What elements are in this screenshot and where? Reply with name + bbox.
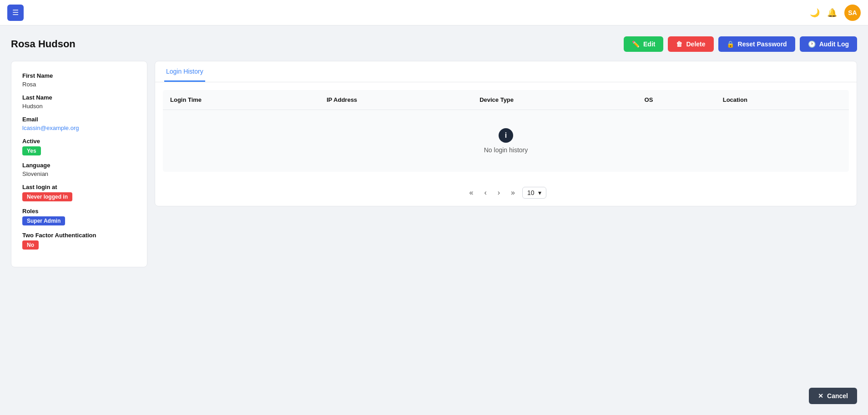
language-label: Language	[22, 162, 136, 169]
active-label: Active	[22, 138, 136, 145]
history-panel: Login History Login Time IP Address Devi…	[155, 61, 857, 206]
page-size-value: 10	[527, 189, 535, 196]
navbar-right: 🌙 🔔 SA	[810, 5, 861, 21]
last-name-value: Hudson	[22, 103, 136, 110]
avatar[interactable]: SA	[844, 5, 861, 21]
col-device-type: Device Type	[472, 90, 637, 110]
edit-icon: ✏️	[632, 40, 640, 48]
main-content: Rosa Hudson ✏️ Edit 🗑 Delete 🔒 Reset Pas…	[0, 25, 868, 278]
navbar: ☰ 🌙 🔔 SA	[0, 0, 868, 25]
profile-panel: First Name Rosa Last Name Hudson Email l…	[11, 61, 147, 267]
email-value: lcassin@example.org	[22, 125, 136, 131]
col-ip-address: IP Address	[319, 90, 472, 110]
trash-icon: 🗑	[676, 40, 682, 48]
col-location: Location	[716, 90, 849, 110]
col-login-time: Login Time	[163, 90, 319, 110]
navbar-left: ☰	[7, 5, 24, 21]
last-page-button[interactable]: »	[507, 187, 519, 199]
action-buttons: ✏️ Edit 🗑 Delete 🔒 Reset Password 🕐 Audi…	[624, 36, 857, 52]
audit-log-button[interactable]: 🕐 Audit Log	[800, 36, 857, 52]
active-badge: Yes	[22, 146, 41, 155]
last-name-label: Last Name	[22, 94, 136, 101]
empty-message: No login history	[181, 146, 831, 154]
language-value: Slovenian	[22, 170, 136, 177]
dark-mode-icon[interactable]: 🌙	[810, 8, 820, 18]
history-icon: 🕐	[808, 40, 816, 48]
delete-button[interactable]: 🗑 Delete	[668, 36, 713, 52]
table-header-row: Login Time IP Address Device Type OS Loc…	[163, 90, 849, 110]
content-layout: First Name Rosa Last Name Hudson Email l…	[11, 61, 857, 267]
email-label: Email	[22, 116, 136, 123]
login-history-table: Login Time IP Address Device Type OS Loc…	[162, 90, 849, 172]
page-title: Rosa Hudson	[11, 38, 76, 50]
table-container: Login Time IP Address Device Type OS Loc…	[155, 82, 857, 180]
last-login-badge: Never logged in	[22, 192, 72, 201]
hamburger-icon: ☰	[12, 8, 19, 17]
roles-label: Roles	[22, 208, 136, 215]
pagination: « ‹ › » 10 ▾	[155, 180, 857, 206]
first-name-value: Rosa	[22, 81, 136, 88]
empty-state-row: i No login history	[163, 110, 849, 172]
reset-password-button[interactable]: 🔒 Reset Password	[718, 36, 795, 52]
next-page-button[interactable]: ›	[494, 187, 504, 199]
close-icon: ✕	[818, 392, 823, 400]
two-factor-badge: No	[22, 240, 39, 250]
chevron-down-icon: ▾	[538, 189, 541, 196]
info-icon: i	[499, 128, 513, 143]
page-size-selector[interactable]: 10 ▾	[522, 187, 546, 199]
two-factor-label: Two Factor Authentication	[22, 232, 136, 239]
page-header: Rosa Hudson ✏️ Edit 🗑 Delete 🔒 Reset Pas…	[11, 36, 857, 52]
tab-login-history[interactable]: Login History	[164, 61, 205, 82]
tabs-header: Login History	[155, 61, 857, 82]
roles-badge: Super Admin	[22, 216, 65, 225]
prev-page-button[interactable]: ‹	[480, 187, 490, 199]
col-os: OS	[637, 90, 716, 110]
hamburger-button[interactable]: ☰	[7, 5, 24, 21]
last-login-label: Last login at	[22, 184, 136, 190]
notifications-icon[interactable]: 🔔	[827, 8, 837, 18]
first-page-button[interactable]: «	[465, 187, 477, 199]
cancel-button[interactable]: ✕ Cancel	[809, 388, 857, 404]
edit-button[interactable]: ✏️ Edit	[624, 36, 663, 52]
first-name-label: First Name	[22, 72, 136, 79]
lock-icon: 🔒	[727, 40, 734, 48]
